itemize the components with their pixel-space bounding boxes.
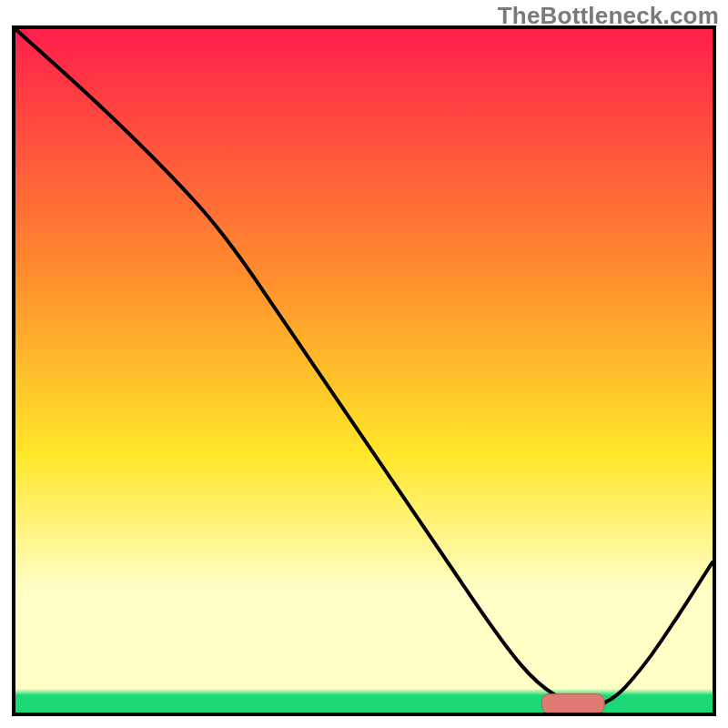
chart-svg — [0, 0, 728, 728]
plot-background — [15, 29, 713, 713]
chart-stage: TheBottleneck.com — [0, 0, 728, 728]
bottom-strip — [15, 702, 713, 713]
optimum-marker — [541, 694, 604, 713]
